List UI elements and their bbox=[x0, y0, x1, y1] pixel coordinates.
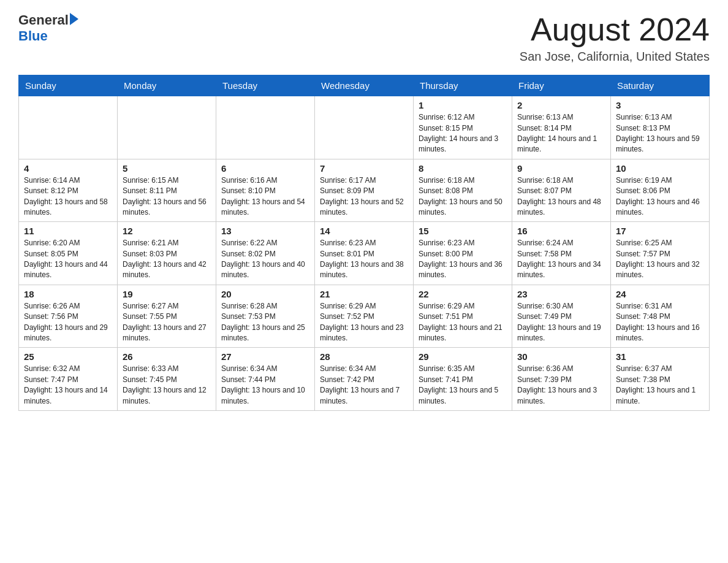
day-info: Sunrise: 6:27 AM Sunset: 7:55 PM Dayligh… bbox=[123, 301, 211, 344]
day-info: Sunrise: 6:12 AM Sunset: 8:15 PM Dayligh… bbox=[419, 112, 507, 155]
calendar-cell bbox=[118, 96, 216, 159]
calendar-cell: 31Sunrise: 6:37 AM Sunset: 7:38 PM Dayli… bbox=[611, 348, 710, 411]
day-info: Sunrise: 6:13 AM Sunset: 8:13 PM Dayligh… bbox=[616, 112, 704, 155]
day-info: Sunrise: 6:35 AM Sunset: 7:41 PM Dayligh… bbox=[419, 364, 507, 407]
day-info: Sunrise: 6:29 AM Sunset: 7:51 PM Dayligh… bbox=[419, 301, 507, 344]
calendar-cell bbox=[216, 96, 315, 159]
calendar-cell: 22Sunrise: 6:29 AM Sunset: 7:51 PM Dayli… bbox=[414, 285, 512, 348]
day-number: 5 bbox=[123, 163, 211, 174]
day-info: Sunrise: 6:13 AM Sunset: 8:14 PM Dayligh… bbox=[517, 112, 605, 155]
calendar-cell: 29Sunrise: 6:35 AM Sunset: 7:41 PM Dayli… bbox=[414, 348, 512, 411]
calendar-cell: 16Sunrise: 6:24 AM Sunset: 7:58 PM Dayli… bbox=[512, 222, 611, 285]
calendar-cell: 13Sunrise: 6:22 AM Sunset: 8:02 PM Dayli… bbox=[216, 222, 315, 285]
calendar-header-friday: Friday bbox=[512, 75, 611, 96]
calendar-cell: 5Sunrise: 6:15 AM Sunset: 8:11 PM Daylig… bbox=[118, 159, 216, 222]
calendar-cell: 28Sunrise: 6:34 AM Sunset: 7:42 PM Dayli… bbox=[315, 348, 414, 411]
day-number: 20 bbox=[221, 289, 309, 299]
day-number: 23 bbox=[517, 289, 605, 299]
day-number: 26 bbox=[123, 351, 211, 362]
day-info: Sunrise: 6:33 AM Sunset: 7:45 PM Dayligh… bbox=[123, 364, 211, 407]
calendar-cell: 24Sunrise: 6:31 AM Sunset: 7:48 PM Dayli… bbox=[611, 285, 710, 348]
calendar-cell: 30Sunrise: 6:36 AM Sunset: 7:39 PM Dayli… bbox=[512, 348, 611, 411]
day-info: Sunrise: 6:36 AM Sunset: 7:39 PM Dayligh… bbox=[517, 364, 605, 407]
calendar-cell: 19Sunrise: 6:27 AM Sunset: 7:55 PM Dayli… bbox=[118, 285, 216, 348]
day-number: 18 bbox=[24, 289, 112, 299]
day-info: Sunrise: 6:23 AM Sunset: 8:00 PM Dayligh… bbox=[419, 238, 507, 281]
calendar-cell: 1Sunrise: 6:12 AM Sunset: 8:15 PM Daylig… bbox=[414, 96, 512, 159]
calendar-header-monday: Monday bbox=[118, 75, 216, 96]
calendar-cell: 3Sunrise: 6:13 AM Sunset: 8:13 PM Daylig… bbox=[611, 96, 710, 159]
day-number: 25 bbox=[24, 351, 112, 362]
day-info: Sunrise: 6:18 AM Sunset: 8:08 PM Dayligh… bbox=[419, 175, 507, 218]
logo: General Blue bbox=[18, 12, 78, 44]
calendar-cell: 2Sunrise: 6:13 AM Sunset: 8:14 PM Daylig… bbox=[512, 96, 611, 159]
calendar-cell: 15Sunrise: 6:23 AM Sunset: 8:00 PM Dayli… bbox=[414, 222, 512, 285]
day-number: 1 bbox=[419, 100, 507, 110]
day-number: 27 bbox=[221, 351, 309, 362]
day-number: 22 bbox=[419, 289, 507, 299]
day-number: 28 bbox=[320, 351, 408, 362]
calendar-week-row: 1Sunrise: 6:12 AM Sunset: 8:15 PM Daylig… bbox=[19, 96, 710, 159]
day-info: Sunrise: 6:15 AM Sunset: 8:11 PM Dayligh… bbox=[123, 175, 211, 218]
page-header: General Blue August 2024 San Jose, Calif… bbox=[18, 12, 710, 64]
day-info: Sunrise: 6:34 AM Sunset: 7:44 PM Dayligh… bbox=[221, 364, 309, 407]
calendar-cell: 12Sunrise: 6:21 AM Sunset: 8:03 PM Dayli… bbox=[118, 222, 216, 285]
day-info: Sunrise: 6:21 AM Sunset: 8:03 PM Dayligh… bbox=[123, 238, 211, 281]
day-number: 30 bbox=[517, 351, 605, 362]
day-info: Sunrise: 6:20 AM Sunset: 8:05 PM Dayligh… bbox=[24, 238, 112, 281]
day-info: Sunrise: 6:30 AM Sunset: 7:49 PM Dayligh… bbox=[517, 301, 605, 344]
logo-arrow-icon bbox=[70, 13, 78, 25]
day-number: 16 bbox=[517, 226, 605, 236]
day-number: 14 bbox=[320, 226, 408, 236]
calendar-cell: 6Sunrise: 6:16 AM Sunset: 8:10 PM Daylig… bbox=[216, 159, 315, 222]
calendar-header-saturday: Saturday bbox=[611, 75, 710, 96]
logo-blue-text: Blue bbox=[18, 28, 78, 44]
day-number: 13 bbox=[221, 226, 309, 236]
day-number: 4 bbox=[24, 163, 112, 174]
day-number: 19 bbox=[123, 289, 211, 299]
day-info: Sunrise: 6:32 AM Sunset: 7:47 PM Dayligh… bbox=[24, 364, 112, 407]
day-number: 7 bbox=[320, 163, 408, 174]
day-number: 10 bbox=[616, 163, 704, 174]
calendar-cell: 14Sunrise: 6:23 AM Sunset: 8:01 PM Dayli… bbox=[315, 222, 414, 285]
day-info: Sunrise: 6:19 AM Sunset: 8:06 PM Dayligh… bbox=[616, 175, 704, 218]
calendar-cell: 27Sunrise: 6:34 AM Sunset: 7:44 PM Dayli… bbox=[216, 348, 315, 411]
calendar-cell: 21Sunrise: 6:29 AM Sunset: 7:52 PM Dayli… bbox=[315, 285, 414, 348]
day-info: Sunrise: 6:18 AM Sunset: 8:07 PM Dayligh… bbox=[517, 175, 605, 218]
calendar-cell: 10Sunrise: 6:19 AM Sunset: 8:06 PM Dayli… bbox=[611, 159, 710, 222]
day-number: 31 bbox=[616, 351, 704, 362]
day-info: Sunrise: 6:34 AM Sunset: 7:42 PM Dayligh… bbox=[320, 364, 408, 407]
day-info: Sunrise: 6:24 AM Sunset: 7:58 PM Dayligh… bbox=[517, 238, 605, 281]
calendar-header-thursday: Thursday bbox=[414, 75, 512, 96]
day-info: Sunrise: 6:14 AM Sunset: 8:12 PM Dayligh… bbox=[24, 175, 112, 218]
calendar-header-wednesday: Wednesday bbox=[315, 75, 414, 96]
calendar-cell: 26Sunrise: 6:33 AM Sunset: 7:45 PM Dayli… bbox=[118, 348, 216, 411]
day-number: 29 bbox=[419, 351, 507, 362]
day-info: Sunrise: 6:26 AM Sunset: 7:56 PM Dayligh… bbox=[24, 301, 112, 344]
day-number: 11 bbox=[24, 226, 112, 236]
calendar-cell: 11Sunrise: 6:20 AM Sunset: 8:05 PM Dayli… bbox=[19, 222, 118, 285]
day-info: Sunrise: 6:25 AM Sunset: 7:57 PM Dayligh… bbox=[616, 238, 704, 281]
day-number: 6 bbox=[221, 163, 309, 174]
day-number: 21 bbox=[320, 289, 408, 299]
calendar-cell: 23Sunrise: 6:30 AM Sunset: 7:49 PM Dayli… bbox=[512, 285, 611, 348]
calendar-week-row: 11Sunrise: 6:20 AM Sunset: 8:05 PM Dayli… bbox=[19, 222, 710, 285]
month-title: August 2024 bbox=[520, 12, 710, 47]
day-number: 12 bbox=[123, 226, 211, 236]
calendar-week-row: 4Sunrise: 6:14 AM Sunset: 8:12 PM Daylig… bbox=[19, 159, 710, 222]
calendar-cell: 4Sunrise: 6:14 AM Sunset: 8:12 PM Daylig… bbox=[19, 159, 118, 222]
day-number: 3 bbox=[616, 100, 704, 110]
calendar-table: SundayMondayTuesdayWednesdayThursdayFrid… bbox=[18, 75, 710, 411]
calendar-cell: 20Sunrise: 6:28 AM Sunset: 7:53 PM Dayli… bbox=[216, 285, 315, 348]
day-number: 24 bbox=[616, 289, 704, 299]
calendar-week-row: 25Sunrise: 6:32 AM Sunset: 7:47 PM Dayli… bbox=[19, 348, 710, 411]
calendar-cell bbox=[315, 96, 414, 159]
day-info: Sunrise: 6:23 AM Sunset: 8:01 PM Dayligh… bbox=[320, 238, 408, 281]
day-number: 2 bbox=[517, 100, 605, 110]
calendar-cell: 25Sunrise: 6:32 AM Sunset: 7:47 PM Dayli… bbox=[19, 348, 118, 411]
day-info: Sunrise: 6:17 AM Sunset: 8:09 PM Dayligh… bbox=[320, 175, 408, 218]
calendar-cell: 17Sunrise: 6:25 AM Sunset: 7:57 PM Dayli… bbox=[611, 222, 710, 285]
calendar-header-sunday: Sunday bbox=[19, 75, 118, 96]
location-title: San Jose, California, United States bbox=[520, 50, 710, 64]
day-number: 9 bbox=[517, 163, 605, 174]
